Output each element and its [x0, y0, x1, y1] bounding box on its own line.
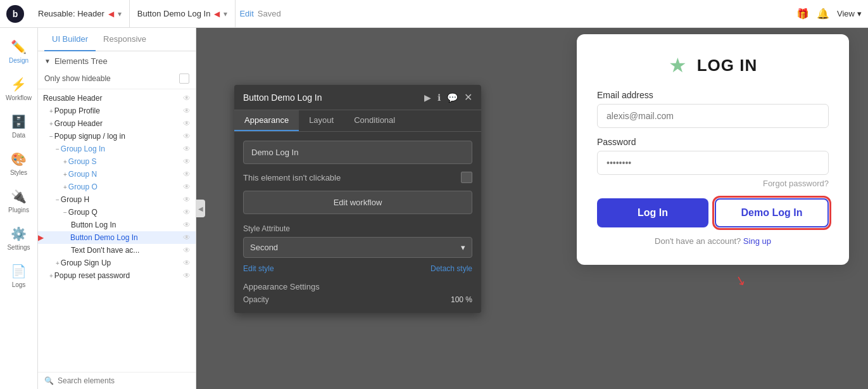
- view-button[interactable]: View ▾: [837, 9, 862, 18]
- eye-icon[interactable]: 👁: [183, 94, 191, 103]
- gift-icon[interactable]: 🎁: [796, 8, 809, 20]
- logo[interactable]: b: [6, 5, 24, 23]
- tree-item-group-login[interactable]: − Group Log In 👁: [38, 143, 196, 155]
- play-icon[interactable]: ▶: [424, 92, 431, 103]
- tree-item-popup-reset[interactable]: + Popup reset password 👁: [38, 269, 196, 282]
- sidebar-item-plugins[interactable]: 🔌 Plugins: [0, 184, 37, 219]
- tree-item-group-signup[interactable]: + Group Sign Up 👁: [38, 257, 196, 269]
- demo-login-box: Demo Log In: [243, 141, 472, 164]
- tab-appearance[interactable]: Appearance: [234, 110, 299, 131]
- tree-item-popup-signup-label: Popup signup / log in: [54, 132, 125, 141]
- search-elements-input[interactable]: [58, 376, 189, 385]
- chat-icon[interactable]: 💬: [447, 92, 458, 103]
- login-card-top: ★ LOG IN: [597, 53, 829, 77]
- sidebar-item-data[interactable]: 🗄️ Data: [0, 109, 37, 144]
- detach-style-link[interactable]: Detach style: [431, 264, 472, 273]
- bell-icon[interactable]: 🔔: [817, 8, 829, 20]
- tree-collapse-arrow[interactable]: ▼: [44, 58, 51, 65]
- button-panel-icons: ▶ ℹ 💬 ✕: [424, 91, 472, 103]
- sidebar-item-logs[interactable]: 📄 Logs: [0, 258, 37, 293]
- info-icon[interactable]: ℹ: [437, 92, 441, 103]
- eye-icon[interactable]: 👁: [183, 195, 191, 204]
- eye-icon[interactable]: 👁: [183, 157, 191, 166]
- style-attr-select[interactable]: Second ▾: [243, 237, 472, 258]
- tree-item-button-login-label: Button Log In: [71, 220, 116, 229]
- forgot-password-link[interactable]: Forgot password?: [763, 179, 829, 188]
- eye-icon[interactable]: 👁: [183, 220, 191, 229]
- style-attr-label: Style Attribute: [243, 224, 472, 233]
- tab-conditional[interactable]: Conditional: [344, 110, 405, 131]
- tree-item-popup-profile[interactable]: + Popup Profile 👁: [38, 105, 196, 117]
- tree-item-group-q-label: Group Q: [68, 208, 97, 217]
- tree-item-group-n[interactable]: + Group N 👁: [38, 168, 196, 181]
- sidebar-item-workflow[interactable]: ⚡ Workflow: [0, 72, 37, 106]
- login-button[interactable]: Log In: [597, 198, 708, 227]
- tab-responsive[interactable]: Responsive: [96, 28, 154, 51]
- eye-icon[interactable]: 👁: [183, 258, 191, 267]
- logs-label: Logs: [12, 281, 26, 288]
- tab-ui-builder[interactable]: UI Builder: [44, 28, 96, 51]
- tree-item-group-s[interactable]: + Group S 👁: [38, 155, 196, 168]
- design-label: Design: [9, 57, 28, 64]
- signup-link[interactable]: Sing up: [743, 236, 771, 246]
- selected-red-arrow: ▶: [38, 233, 44, 242]
- tab-layout[interactable]: Layout: [299, 110, 344, 131]
- button-demo-label: Button Demo Log In: [137, 9, 211, 18]
- eye-icon[interactable]: 👁: [183, 246, 191, 255]
- settings-label: Settings: [7, 244, 30, 251]
- collapse-handle[interactable]: ◀: [196, 200, 205, 217]
- demo-login-button[interactable]: Demo Log In: [715, 198, 829, 227]
- tree-item-group-header[interactable]: + Group Header 👁: [38, 117, 196, 130]
- tree-item-button-demo-login[interactable]: ▶ Button Demo Log In 👁: [38, 231, 196, 244]
- plus-icon: +: [63, 158, 67, 165]
- tree-item-text-dont-have[interactable]: Text Don't have ac... 👁: [38, 244, 196, 257]
- login-title: LOG IN: [697, 56, 758, 75]
- edit-workflow-button[interactable]: Edit workflow: [243, 191, 472, 214]
- tree-item-reusable-header[interactable]: Reusable Header 👁: [38, 92, 196, 105]
- eye-icon[interactable]: 👁: [183, 144, 191, 153]
- sidebar-item-design[interactable]: ✏️ Design: [0, 34, 37, 69]
- left-panel: UI Builder Responsive ▼ Elements Tree On…: [38, 28, 196, 389]
- eye-icon[interactable]: 👁: [183, 233, 191, 242]
- plugins-icon: 🔌: [11, 189, 27, 204]
- tree-item-reusable-header-label: Reusable Header: [43, 94, 102, 103]
- tree-list: Reusable Header 👁 + Popup Profile 👁 + Gr…: [38, 89, 196, 372]
- sidebar-item-settings[interactable]: ⚙️ Settings: [0, 221, 37, 256]
- password-input[interactable]: [597, 151, 829, 175]
- signup-row: Don't have an account? Sing up: [597, 236, 829, 246]
- red-arrow-indicator: ↘: [734, 271, 748, 289]
- not-clickable-label: This element isn't clickable: [243, 173, 341, 182]
- minus-icon: −: [63, 209, 67, 216]
- password-label: Password: [597, 137, 829, 147]
- button-demo-section[interactable]: Button Demo Log In ◀ ▾: [130, 0, 236, 27]
- tree-item-group-q[interactable]: − Group Q 👁: [38, 206, 196, 219]
- eye-icon[interactable]: 👁: [183, 119, 191, 128]
- main-layout: ✏️ Design ⚡ Workflow 🗄️ Data 🎨 Styles 🔌 …: [0, 28, 868, 389]
- not-clickable-checkbox[interactable]: [461, 172, 472, 183]
- eye-icon[interactable]: 👁: [183, 106, 191, 115]
- eye-icon[interactable]: 👁: [183, 208, 191, 217]
- only-show-toggle[interactable]: [179, 73, 189, 84]
- tree-item-group-h[interactable]: − Group H 👁: [38, 193, 196, 206]
- eye-icon[interactable]: 👁: [183, 271, 191, 280]
- edit-style-link[interactable]: Edit style: [243, 264, 274, 273]
- tree-item-group-o[interactable]: + Group O 👁: [38, 181, 196, 193]
- plus-icon: +: [56, 260, 60, 267]
- email-input[interactable]: [597, 104, 829, 128]
- reusable-header-section[interactable]: Reusable: Header ◀ ▾: [30, 0, 130, 27]
- close-icon[interactable]: ✕: [464, 91, 472, 103]
- eye-icon[interactable]: 👁: [183, 132, 191, 141]
- only-show-row: Only show hideable: [38, 71, 196, 89]
- design-icon: ✏️: [11, 39, 27, 54]
- elements-tree-header: ▼ Elements Tree: [38, 51, 196, 71]
- edit-label[interactable]: Edit: [239, 9, 253, 18]
- minus-icon: −: [49, 133, 53, 140]
- reusable-header-arrow: ◀: [108, 10, 114, 18]
- icon-sidebar: ✏️ Design ⚡ Workflow 🗄️ Data 🎨 Styles 🔌 …: [0, 28, 38, 389]
- eye-icon[interactable]: 👁: [183, 170, 191, 179]
- eye-icon[interactable]: 👁: [183, 182, 191, 191]
- button-panel-header: Button Demo Log In ▶ ℹ 💬 ✕: [234, 85, 481, 110]
- tree-item-popup-signup[interactable]: − Popup signup / log in 👁: [38, 130, 196, 143]
- tree-item-button-login[interactable]: Button Log In 👁: [38, 219, 196, 231]
- sidebar-item-styles[interactable]: 🎨 Styles: [0, 146, 37, 181]
